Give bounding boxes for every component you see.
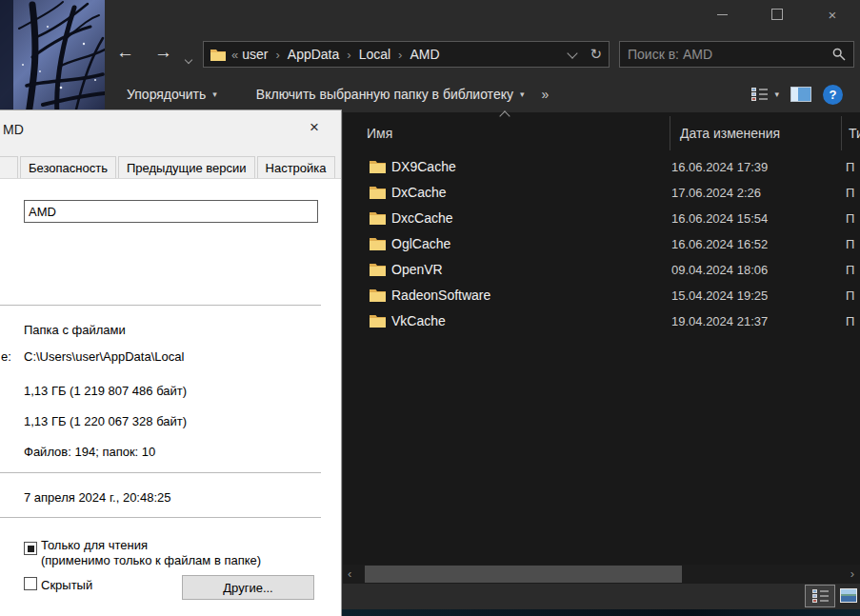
- dialog-close-button[interactable]: ×: [310, 118, 319, 137]
- scroll-right-icon[interactable]: ›: [850, 566, 854, 581]
- folder-icon: [210, 49, 226, 61]
- file-type: П: [846, 160, 854, 174]
- size-value: 1,13 ГБ (1 219 807 486 байт): [24, 384, 187, 398]
- tab-customize[interactable]: Настройка: [257, 156, 335, 178]
- toolbar-overflow-button[interactable]: »: [541, 87, 549, 102]
- back-icon: ←: [116, 42, 134, 62]
- hidden-checkbox[interactable]: [24, 577, 37, 590]
- breadcrumb-item-local[interactable]: Local: [359, 47, 390, 62]
- file-row-dx9cache[interactable]: DX9Cache 16.06.2024 17:39 П: [343, 154, 860, 180]
- file-name: DxCache: [391, 185, 447, 200]
- caret-down-icon: ▾: [520, 89, 525, 99]
- command-bar: Упорядочить ▾ Включить выбранную папку в…: [105, 76, 860, 112]
- tree-branches-image: [0, 0, 105, 109]
- forward-icon: →: [154, 42, 172, 62]
- change-view-button[interactable]: ▾: [751, 88, 779, 102]
- tab-previous-versions[interactable]: Предыдущие версии: [118, 156, 255, 178]
- horizontal-scrollbar[interactable]: ‹ ›: [343, 565, 860, 584]
- dialog-title: MD: [3, 122, 24, 137]
- folder-name-input[interactable]: [24, 200, 318, 223]
- file-list-pane: Имя Дата изменения Ти DX9Cache 16.06.202…: [343, 112, 860, 565]
- minimize-icon: [717, 14, 728, 15]
- address-dropdown-icon[interactable]: [568, 48, 578, 58]
- file-date: 15.04.2024 19:25: [671, 288, 768, 303]
- close-button[interactable]: ×: [805, 0, 860, 29]
- back-button[interactable]: ←: [116, 43, 134, 62]
- tab-security[interactable]: Безопасность: [20, 156, 116, 178]
- caret-down-icon: ▾: [774, 89, 779, 99]
- file-name: RadeonSoftware: [391, 288, 490, 303]
- maximize-button[interactable]: [750, 0, 805, 29]
- file-name: OpenVR: [391, 262, 443, 277]
- readonly-label-line1: Только для чтения: [41, 538, 148, 552]
- folder-icon: [370, 186, 386, 199]
- forward-button[interactable]: →: [154, 43, 172, 62]
- file-type: П: [846, 314, 854, 328]
- file-row-oglcache[interactable]: OglCache 16.06.2024 16:52 П: [343, 231, 860, 257]
- breadcrumb-item-amd[interactable]: AMD: [410, 47, 439, 62]
- breadcrumb-separator-icon: ›: [347, 48, 350, 62]
- close-icon: ×: [829, 7, 837, 23]
- details-view-button[interactable]: [805, 585, 835, 607]
- file-row-dxccache[interactable]: DxcCache 16.06.2024 15:54 П: [343, 206, 860, 231]
- help-icon[interactable]: ?: [823, 85, 843, 105]
- maximize-icon: [771, 9, 783, 20]
- file-date: 19.04.2024 21:37: [671, 314, 768, 328]
- details-view-icon: [812, 589, 829, 604]
- search-box[interactable]: Поиск в: AMD: [619, 41, 854, 68]
- column-divider[interactable]: [841, 116, 842, 150]
- column-header-date[interactable]: Дата изменения: [680, 126, 780, 141]
- folder-icon: [370, 263, 386, 276]
- folder-icon: [370, 237, 386, 250]
- breadcrumb-item-appdata[interactable]: AppData: [288, 47, 339, 62]
- minimize-button[interactable]: [694, 0, 750, 29]
- organize-button[interactable]: Упорядочить ▾: [127, 87, 217, 102]
- explorer-titlebar: ×: [105, 0, 860, 29]
- scroll-left-icon[interactable]: ‹: [348, 566, 351, 581]
- readonly-label-line2: (применимо только к файлам в папке): [41, 553, 261, 567]
- readonly-checkbox[interactable]: [24, 542, 37, 555]
- include-in-library-label: Включить выбранную папку в библиотеку: [256, 87, 513, 102]
- preview-pane-icon[interactable]: [790, 87, 811, 102]
- file-date: 16.06.2024 17:39: [671, 160, 768, 174]
- breadcrumb: user › AppData › Local › AMD: [242, 47, 439, 62]
- indeterminate-mark-icon: [28, 546, 34, 552]
- include-in-library-button[interactable]: Включить выбранную папку в библиотеку ▾: [256, 87, 525, 102]
- column-header-name[interactable]: Имя: [367, 126, 392, 141]
- divider: [0, 517, 321, 518]
- address-bar[interactable]: « user › AppData › Local › AMD ↻: [203, 41, 610, 68]
- help-glyph: ?: [830, 88, 837, 102]
- folder-icon: [370, 160, 386, 173]
- search-placeholder: Поиск в: AMD: [628, 47, 832, 62]
- divider: [0, 472, 321, 473]
- tab-partial[interactable]: [0, 156, 18, 178]
- divider: [0, 305, 321, 306]
- breadcrumb-overflow-icon[interactable]: «: [231, 48, 238, 62]
- size-on-disk-value: 1,13 ГБ (1 220 067 328 байт): [24, 414, 187, 428]
- file-row-dxcache[interactable]: DxCache 17.06.2024 2:26 П: [343, 180, 860, 206]
- file-type: П: [846, 263, 854, 277]
- file-row-vkcache[interactable]: VkCache 19.04.2024 21:37 П: [343, 308, 860, 334]
- file-date: 17.06.2024 2:26: [671, 186, 761, 200]
- refresh-icon[interactable]: ↻: [590, 46, 602, 63]
- thumbnail-view-button[interactable]: [840, 588, 857, 603]
- file-date: 16.06.2024 15:54: [671, 211, 768, 226]
- breadcrumb-item-user[interactable]: user: [242, 47, 268, 62]
- file-date: 09.04.2024 18:06: [671, 263, 768, 277]
- dialog-tab-page: Папка с файлами Папка с файлами е: C:\Us…: [0, 178, 341, 616]
- file-row-radeonsoftware[interactable]: RadeonSoftware 15.04.2024 19:25 П: [343, 283, 860, 308]
- recent-locations-button[interactable]: [186, 50, 191, 67]
- details-view-icon: [751, 88, 768, 102]
- file-name: OglCache: [391, 236, 450, 251]
- file-name: DxcCache: [391, 210, 453, 226]
- hidden-label: Скрытый: [41, 578, 92, 592]
- scrollbar-thumb[interactable]: [365, 566, 682, 583]
- location-value: C:\Users\user\AppData\Local: [24, 349, 184, 364]
- search-icon[interactable]: [832, 48, 846, 61]
- column-divider[interactable]: [670, 116, 670, 150]
- file-type: П: [846, 186, 854, 200]
- file-row-openvr[interactable]: OpenVR 09.04.2024 18:06 П: [343, 257, 860, 283]
- file-name: DX9Cache: [391, 159, 456, 174]
- advanced-button[interactable]: Другие...: [182, 575, 314, 600]
- column-header-type[interactable]: Ти: [849, 126, 860, 141]
